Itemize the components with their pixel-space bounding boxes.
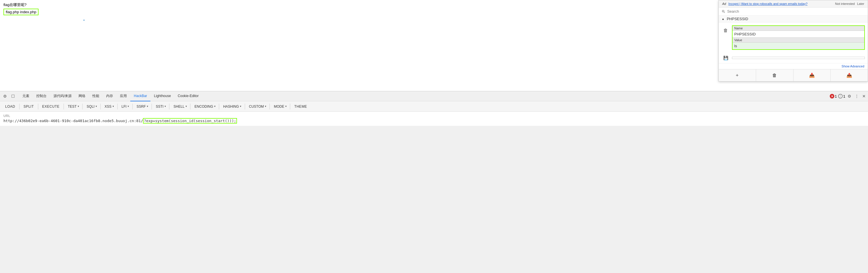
tab-memory[interactable]: 内存 [103, 91, 117, 101]
ssti-arrow: ▼ [164, 105, 166, 108]
divider-14 [290, 104, 290, 109]
devtools-settings-button[interactable]: ⚙ [846, 93, 852, 100]
custom-arrow: ▼ [264, 105, 267, 108]
hashing-button[interactable]: HASHING ▼ [220, 104, 244, 109]
divider-10 [190, 104, 190, 109]
tab-application[interactable]: 应用 [117, 91, 130, 101]
xss-button[interactable]: XSS ▼ [102, 104, 116, 109]
divider-1 [19, 104, 20, 109]
lfi-button[interactable]: LFI ▼ [119, 104, 131, 109]
error-count: 1 [835, 94, 837, 99]
warning-icon: ! [838, 94, 843, 99]
later-button[interactable]: Later [857, 2, 864, 5]
ad-link[interactable]: Incogni | Want to stop robocalls and spa… [728, 2, 807, 5]
delete-cookie-button[interactable]: 🗑 [722, 27, 730, 34]
cookie-editor-popup: Ad Incogni | Want to stop robocalls and … [718, 0, 868, 82]
error-icon: ✕ [830, 94, 834, 99]
ssrf-button[interactable]: SSRF ▼ [134, 104, 150, 109]
tab-hackbar[interactable]: HackBar [130, 91, 150, 101]
search-icon [722, 9, 725, 13]
ad-banner: Ad Incogni | Want to stop robocalls and … [719, 0, 868, 7]
not-interested-button[interactable]: Not interested [835, 2, 855, 5]
value-field-label: Value [733, 38, 864, 43]
save-icon[interactable]: 💾 [722, 54, 730, 62]
warning-count: 1 [843, 94, 845, 99]
tab-sources[interactable]: 源代码/来源 [50, 91, 75, 101]
hackbar-toolbar: LOAD SPLIT EXECUTE TEST ▼ SQLI ▼ XSS ▼ L… [0, 101, 868, 112]
url-value[interactable]: http://436b02e9-ea6b-4601-910c-da401ac16… [3, 118, 865, 126]
test-arrow: ▼ [77, 105, 80, 108]
add-cookie-button[interactable]: ＋ [719, 70, 756, 81]
tab-cookie-editor[interactable]: Cookie-Editor [174, 91, 202, 101]
name-field-value[interactable]: PHPSESSID [733, 31, 864, 38]
cookie-fields: Name PHPSESSID Value ls [732, 25, 865, 50]
sqli-button[interactable]: SQLI ▼ [84, 104, 99, 109]
hashing-arrow: ▼ [240, 105, 242, 108]
cookie-domain-name: PHPSESSID [727, 17, 748, 21]
device-toolbar-button[interactable]: ☐ [9, 92, 17, 100]
export-cookies-button[interactable]: 📤 [831, 70, 868, 81]
ssrf-arrow: ▼ [146, 105, 149, 108]
cookie-search-bar [719, 7, 868, 16]
divider-12 [245, 104, 245, 109]
page-content-area: flag在哪里呢? flag.php index.php Ad Incogni … [0, 0, 868, 91]
shell-button[interactable]: SHELL ▼ [170, 104, 189, 109]
chevron-up-icon: ▲ [722, 17, 724, 21]
ad-label: Ad [722, 2, 726, 5]
cookie-domain-header: ▲ PHPSESSID [719, 16, 868, 23]
url-normal-part: http://436b02e9-ea6b-4601-910c-da401ac16… [3, 119, 143, 123]
devtools-right-icons: ✕ 1 ! 1 ⚙ ⋮ ✕ [830, 93, 867, 100]
shell-arrow: ▼ [185, 105, 187, 108]
encoding-button[interactable]: ENCODING ▼ [191, 104, 218, 109]
tab-console[interactable]: 控制台 [33, 91, 50, 101]
page-dot-decoration [84, 20, 85, 21]
cookie-actions-bar: ＋ 🗑 📥 📤 [719, 69, 868, 81]
sqli-arrow: ▼ [95, 105, 97, 108]
show-advanced-link[interactable]: Show Advanced [719, 63, 868, 69]
devtools-tabbar: ⚙ ☐ 元素 控制台 源代码/来源 网络 性能 内存 应用 HackBar Li… [0, 91, 868, 101]
custom-button[interactable]: CUSTOM ▼ [246, 104, 269, 109]
divider-8 [152, 104, 152, 109]
divider-9 [169, 104, 169, 109]
save-field[interactable] [732, 57, 865, 59]
divider-6 [117, 104, 118, 109]
name-field-label: Name [733, 26, 864, 31]
theme-button[interactable]: THEME [291, 104, 310, 109]
tab-elements[interactable]: 元素 [19, 91, 33, 101]
mode-arrow: ▼ [285, 105, 287, 108]
url-area: URL http://436b02e9-ea6b-4601-910c-da401… [0, 112, 868, 126]
load-button[interactable]: LOAD [2, 104, 18, 109]
mode-button[interactable]: MODE ▼ [271, 104, 289, 109]
error-badge-group: ✕ 1 [830, 94, 837, 99]
execute-button[interactable]: EXECUTE [39, 104, 62, 109]
devtools-tabs-container: 元素 控制台 源代码/来源 网络 性能 内存 应用 HackBar Lighth… [19, 91, 830, 101]
divider-5 [100, 104, 101, 109]
inspect-icon-button[interactable]: ⚙ [1, 92, 9, 100]
search-input[interactable] [727, 9, 865, 13]
test-button[interactable]: TEST ▼ [65, 104, 82, 109]
tab-lighthouse[interactable]: Lighthouse [150, 91, 174, 101]
value-field-value[interactable]: ls [733, 43, 864, 49]
devtools-close-button[interactable]: ✕ [861, 93, 867, 100]
delete-all-cookies-button[interactable]: 🗑 [756, 70, 794, 81]
xss-arrow: ▼ [112, 105, 115, 108]
split-button[interactable]: SPLIT [21, 104, 37, 109]
page-files-text: flag.php index.php [3, 9, 38, 15]
url-highlighted-part: ?exp=system(session_id(session_start()))… [143, 118, 237, 124]
divider-13 [270, 104, 270, 109]
devtools-more-button[interactable]: ⋮ [854, 93, 860, 100]
cookie-edit-area: 🗑 Name PHPSESSID Value ls [719, 23, 868, 53]
save-row: 💾 [719, 53, 868, 63]
ssti-button[interactable]: SSTI ▼ [153, 104, 168, 109]
warning-badge-group: ! 1 [838, 94, 845, 99]
url-label: URL [3, 114, 865, 117]
tab-performance[interactable]: 性能 [89, 91, 103, 101]
divider-2 [38, 104, 38, 109]
tab-network[interactable]: 网络 [75, 91, 89, 101]
lfi-arrow: ▼ [127, 105, 129, 108]
import-cookies-button[interactable]: 📥 [794, 70, 831, 81]
devtools-left-icons: ⚙ ☐ [1, 92, 17, 100]
divider-4 [82, 104, 83, 109]
encoding-arrow: ▼ [214, 105, 216, 108]
